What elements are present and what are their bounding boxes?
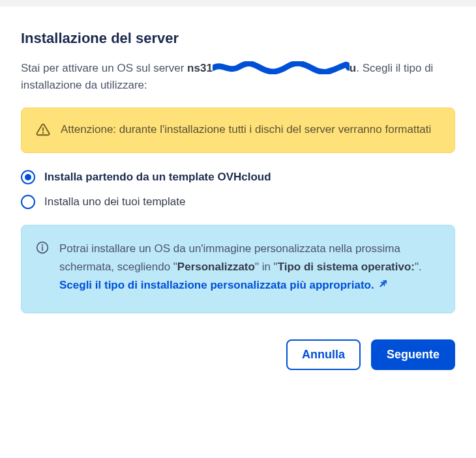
radio-label: Installa partendo da un template OVHclou… [44,171,271,184]
info-link[interactable]: Scegli il tipo di installazione personal… [59,279,387,291]
info-icon [36,240,49,257]
info-segment: " in " [255,261,278,273]
external-link-icon [377,278,387,296]
top-strip [0,0,476,7]
server-name-visible: ns31 [187,62,213,74]
server-name-suffix: u [350,62,356,74]
radio-indicator [21,170,35,184]
dialog-footer: Annulla Seguente [21,339,455,370]
info-link-text: Scegli il tipo di installazione personal… [59,279,374,291]
dialog-content: Installazione del server Stai per attiva… [0,7,476,386]
warning-alert: Attenzione: durante l'installazione tutt… [21,107,455,153]
info-bold-tipo: Tipo di sistema operativo: [278,261,415,273]
info-bold-personalizzato: Personalizzato [177,261,255,273]
install-type-radio-group: Installa partendo da un template OVHclou… [21,170,455,209]
redaction-scribble [213,61,350,74]
radio-option-ovh-template[interactable]: Installa partendo da un template OVHclou… [21,170,455,184]
info-alert: Potrai installare un OS da un'immagine p… [21,225,455,313]
warning-text: Attenzione: durante l'installazione tutt… [61,121,431,138]
intro-text: Stai per attivare un OS sul server ns31u… [21,60,455,93]
next-button[interactable]: Seguente [371,339,455,370]
info-text: Potrai installare un OS da un'immagine p… [59,240,440,296]
svg-line-6 [381,281,385,285]
radio-option-own-template[interactable]: Installa uno dei tuoi template [21,195,455,209]
intro-prefix: Stai per attivare un OS sul server [21,62,187,74]
warning-icon [36,121,50,139]
info-segment: ". [415,261,422,273]
svg-point-1 [43,133,44,134]
radio-indicator [21,195,35,209]
page-title: Installazione del server [21,30,455,47]
svg-point-4 [42,245,43,246]
cancel-button[interactable]: Annulla [286,339,361,370]
radio-label: Installa uno dei tuoi template [44,195,185,208]
